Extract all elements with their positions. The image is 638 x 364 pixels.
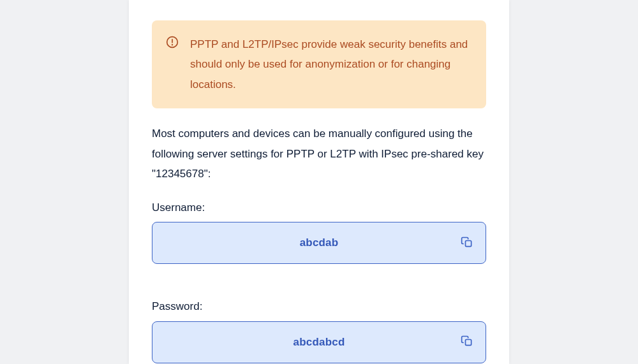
password-label: Password:: [152, 298, 486, 315]
warning-text: PPTP and L2TP/IPsec provide weak securit…: [190, 34, 468, 94]
password-field: abcdabcd: [152, 321, 486, 363]
security-warning-alert: PPTP and L2TP/IPsec provide weak securit…: [152, 20, 486, 108]
svg-rect-4: [466, 340, 471, 346]
copy-username-button[interactable]: [460, 236, 474, 250]
username-label: Username:: [152, 200, 486, 216]
copy-icon: [461, 335, 473, 349]
settings-card: PPTP and L2TP/IPsec provide weak securit…: [129, 0, 509, 364]
copy-icon: [461, 236, 473, 251]
svg-rect-3: [466, 240, 471, 246]
password-value: abcdabcd: [152, 336, 486, 349]
username-value: abcdab: [152, 237, 486, 249]
copy-password-button[interactable]: [460, 335, 474, 349]
page-background: PPTP and L2TP/IPsec provide weak securit…: [0, 0, 638, 364]
description-text: Most computers and devices can be manual…: [152, 124, 486, 184]
warning-icon: [166, 36, 179, 48]
svg-point-2: [172, 45, 173, 45]
username-field: abcdab: [152, 222, 486, 264]
